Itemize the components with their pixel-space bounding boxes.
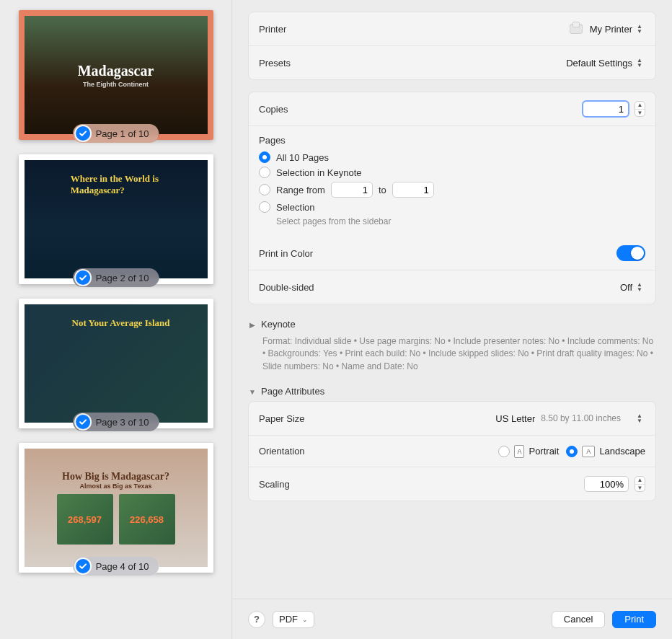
radio-label: Selection in Keynote	[276, 167, 362, 178]
page-badge[interactable]: Page 2 of 10	[73, 268, 159, 287]
keynote-title: Keynote	[261, 319, 296, 330]
chevron-down-icon: ▼	[248, 388, 257, 396]
slide-subtitle: The Eighth Continent	[78, 81, 154, 88]
double-sided-select[interactable]: Off ▲▼	[614, 279, 645, 295]
paper-size-dimensions: 8.50 by 11.00 inches	[541, 413, 621, 423]
radio-label: Range from	[276, 185, 325, 195]
scaling-label: Scaling	[259, 479, 290, 490]
pages-range-radio[interactable]: Range from to	[259, 182, 645, 198]
dialog-footer: ? PDF ⌄ Cancel Print	[232, 599, 672, 639]
copies-input[interactable]	[583, 101, 629, 117]
landscape-label: Landscape	[599, 446, 645, 457]
printer-value: My Printer	[590, 24, 632, 35]
double-sided-label: Double-sided	[259, 282, 314, 293]
chevrons-icon: ▲▼	[634, 410, 645, 426]
presets-label: Presets	[259, 58, 291, 69]
orientation-label: Orientation	[259, 446, 305, 457]
page-thumbnail[interactable]: How Big is Madagascar? Almost as Big as …	[19, 443, 213, 573]
range-end-input[interactable]	[392, 182, 434, 198]
radio-label: Selection	[276, 202, 314, 213]
selection-hint: Select pages from the sidebar	[276, 216, 645, 226]
checkmark-icon	[76, 415, 90, 429]
page-attributes-card: Paper Size US Letter 8.50 by 11.00 inche…	[248, 401, 656, 501]
thumbnail-image: Where in the World is Madagascar?	[19, 154, 213, 284]
double-sided-value: Off	[620, 282, 632, 293]
scaling-stepper[interactable]: ▲▼	[635, 476, 645, 492]
copies-label: Copies	[259, 104, 288, 115]
presets-select[interactable]: Default Settings ▲▼	[560, 55, 645, 71]
radio-icon	[498, 446, 510, 457]
pdf-label: PDF	[279, 614, 298, 625]
pages-selection-app-radio[interactable]: Selection in Keynote	[259, 167, 645, 178]
print-in-color-label: Print in Color	[259, 248, 313, 259]
chevron-down-icon: ⌄	[302, 616, 308, 623]
chevrons-icon: ▲▼	[634, 279, 645, 295]
print-in-color-toggle[interactable]	[616, 245, 645, 261]
printer-label: Printer	[259, 24, 286, 35]
slide-subtitle: Almost as Big as Texas	[57, 482, 175, 490]
pdf-menu-button[interactable]: PDF ⌄	[273, 611, 314, 628]
copies-stepper[interactable]: ▲▼	[635, 101, 645, 117]
pages-all-radio[interactable]: All 10 Pages	[259, 151, 645, 163]
thumbnail-image: Not Your Average Island	[19, 299, 213, 428]
landscape-icon: A	[582, 446, 595, 457]
range-to-label: to	[379, 185, 386, 195]
orientation-landscape-radio[interactable]: A Landscape	[566, 446, 645, 457]
page-thumbnail[interactable]: Madagascar The Eighth Continent Page 1 o…	[19, 10, 213, 140]
radio-icon	[259, 184, 270, 195]
printer-icon	[570, 24, 583, 34]
help-icon: ?	[254, 614, 260, 625]
chevrons-icon: ▲▼	[634, 55, 645, 71]
presets-value: Default Settings	[566, 58, 632, 69]
orientation-portrait-radio[interactable]: A Portrait	[498, 445, 559, 458]
printer-presets-card: Printer My Printer ▲▼ Presets Default Se…	[248, 12, 656, 80]
radio-icon	[259, 167, 270, 178]
slide-title: Not Your Average Island	[72, 317, 170, 329]
print-button[interactable]: Print	[612, 611, 656, 628]
chevrons-icon: ▲▼	[634, 21, 645, 37]
page-attributes-disclosure[interactable]: ▼ Page Attributes	[248, 383, 656, 401]
page-badge[interactable]: Page 3 of 10	[73, 413, 159, 431]
pages-section: Pages All 10 Pages Selection in Keynote …	[249, 125, 655, 237]
checkmark-icon	[76, 270, 90, 285]
radio-label: All 10 Pages	[276, 152, 329, 163]
pages-label: Pages	[259, 135, 645, 146]
pages-selection-radio[interactable]: Selection	[259, 201, 645, 213]
page-label: Page 1 of 10	[96, 128, 149, 139]
thumbnail-image: Madagascar The Eighth Continent	[19, 10, 213, 140]
paper-size-select[interactable]: ▲▼	[627, 410, 645, 426]
paper-size-label: Paper Size	[259, 413, 305, 424]
thumbnail-image: How Big is Madagascar? Almost as Big as …	[19, 443, 213, 573]
print-settings-panel: Printer My Printer ▲▼ Presets Default Se…	[232, 0, 672, 639]
range-start-input[interactable]	[331, 182, 373, 198]
page-badge[interactable]: Page 4 of 10	[73, 557, 159, 576]
checkmark-icon	[76, 559, 90, 573]
page-label: Page 3 of 10	[96, 417, 149, 428]
portrait-icon: A	[514, 445, 524, 458]
page-attributes-title: Page Attributes	[261, 386, 324, 397]
page-badge[interactable]: Page 1 of 10	[73, 124, 159, 143]
copies-pages-card: Copies ▲▼ Pages All 10 Pages Selection i…	[248, 92, 656, 304]
help-button[interactable]: ?	[248, 611, 265, 628]
page-thumbnail[interactable]: Not Your Average Island Page 3 of 10	[19, 299, 213, 428]
page-label: Page 4 of 10	[96, 561, 149, 572]
checkmark-icon	[76, 126, 90, 141]
portrait-label: Portrait	[529, 446, 559, 457]
page-thumbnail[interactable]: Where in the World is Madagascar? Page 2…	[19, 154, 213, 284]
printer-select[interactable]: My Printer ▲▼	[564, 21, 645, 37]
radio-icon	[259, 151, 270, 163]
paper-size-value: US Letter	[495, 413, 535, 424]
page-label: Page 2 of 10	[96, 273, 149, 283]
keynote-disclosure[interactable]: ▶ Keynote	[248, 316, 656, 334]
keynote-description: Format: Individual slide • Use page marg…	[262, 335, 656, 373]
slide-title: Where in the World is Madagascar?	[71, 173, 172, 195]
cancel-button[interactable]: Cancel	[552, 611, 605, 628]
scaling-input[interactable]	[584, 476, 629, 492]
page-thumbnails-sidebar: Madagascar The Eighth Continent Page 1 o…	[0, 0, 232, 639]
slide-title: Madagascar	[78, 63, 154, 79]
slide-title: How Big is Madagascar?	[57, 471, 175, 482]
radio-icon	[566, 446, 578, 457]
radio-icon	[259, 201, 270, 213]
chevron-right-icon: ▶	[248, 321, 257, 329]
